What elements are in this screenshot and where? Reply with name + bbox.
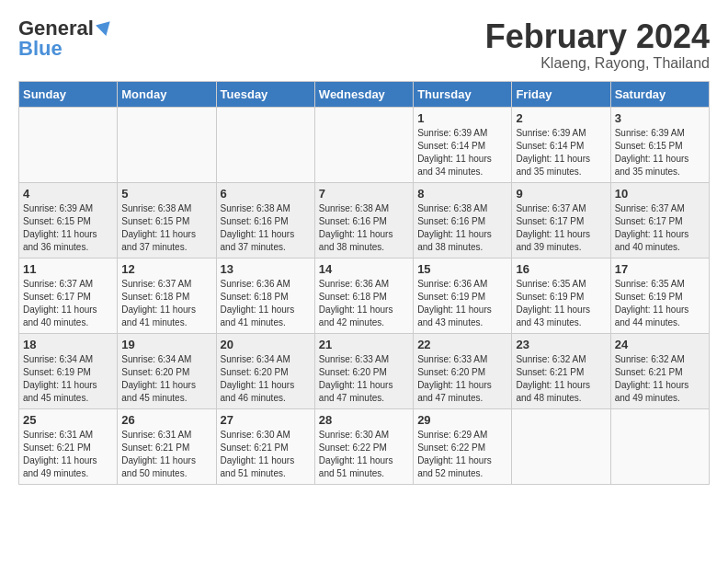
calendar-cell: 23Sunrise: 6:32 AM Sunset: 6:21 PM Dayli… <box>512 333 610 408</box>
day-number: 7 <box>319 187 409 201</box>
calendar-cell: 16Sunrise: 6:35 AM Sunset: 6:19 PM Dayli… <box>512 258 610 333</box>
day-number: 3 <box>615 111 705 125</box>
header-cell-friday: Friday <box>512 81 610 107</box>
day-info: Sunrise: 6:30 AM Sunset: 6:21 PM Dayligh… <box>221 429 311 480</box>
day-number: 26 <box>121 413 211 427</box>
day-number: 14 <box>319 262 409 276</box>
day-info: Sunrise: 6:29 AM Sunset: 6:22 PM Dayligh… <box>417 429 507 480</box>
logo-icon <box>96 17 114 36</box>
logo: General Blue <box>18 18 114 59</box>
calendar-cell: 10Sunrise: 6:37 AM Sunset: 6:17 PM Dayli… <box>610 182 709 258</box>
day-number: 29 <box>417 413 507 427</box>
calendar-week-row: 4Sunrise: 6:39 AM Sunset: 6:15 PM Daylig… <box>19 182 710 258</box>
calendar-cell: 24Sunrise: 6:32 AM Sunset: 6:21 PM Dayli… <box>610 333 709 408</box>
calendar-cell: 11Sunrise: 6:37 AM Sunset: 6:17 PM Dayli… <box>19 258 118 333</box>
day-number: 25 <box>23 413 113 427</box>
calendar-week-row: 18Sunrise: 6:34 AM Sunset: 6:19 PM Dayli… <box>19 333 710 408</box>
day-number: 1 <box>417 111 507 125</box>
calendar-cell: 4Sunrise: 6:39 AM Sunset: 6:15 PM Daylig… <box>19 182 118 258</box>
day-number: 5 <box>121 187 211 201</box>
logo-general-text: General <box>18 18 94 39</box>
calendar-cell <box>314 107 413 182</box>
day-number: 16 <box>516 262 606 276</box>
day-number: 4 <box>23 187 113 201</box>
calendar-cell: 27Sunrise: 6:30 AM Sunset: 6:21 PM Dayli… <box>216 408 314 484</box>
calendar-cell <box>118 107 216 182</box>
calendar-cell: 29Sunrise: 6:29 AM Sunset: 6:22 PM Dayli… <box>414 408 512 484</box>
day-info: Sunrise: 6:39 AM Sunset: 6:15 PM Dayligh… <box>615 127 705 178</box>
day-info: Sunrise: 6:31 AM Sunset: 6:21 PM Dayligh… <box>23 429 113 480</box>
calendar-cell: 17Sunrise: 6:35 AM Sunset: 6:19 PM Dayli… <box>610 258 709 333</box>
calendar-cell: 7Sunrise: 6:38 AM Sunset: 6:16 PM Daylig… <box>314 182 413 258</box>
calendar-cell: 1Sunrise: 6:39 AM Sunset: 6:14 PM Daylig… <box>414 107 512 182</box>
day-number: 2 <box>516 111 606 125</box>
day-info: Sunrise: 6:38 AM Sunset: 6:16 PM Dayligh… <box>319 202 409 254</box>
day-info: Sunrise: 6:33 AM Sunset: 6:20 PM Dayligh… <box>417 353 507 405</box>
day-number: 13 <box>221 262 311 276</box>
day-info: Sunrise: 6:35 AM Sunset: 6:19 PM Dayligh… <box>615 278 705 329</box>
day-info: Sunrise: 6:38 AM Sunset: 6:16 PM Dayligh… <box>417 202 507 254</box>
calendar-cell: 12Sunrise: 6:37 AM Sunset: 6:18 PM Dayli… <box>118 258 216 333</box>
day-number: 20 <box>221 338 311 351</box>
calendar-cell: 20Sunrise: 6:34 AM Sunset: 6:20 PM Dayli… <box>216 333 314 408</box>
day-info: Sunrise: 6:38 AM Sunset: 6:16 PM Dayligh… <box>221 202 311 254</box>
day-info: Sunrise: 6:37 AM Sunset: 6:17 PM Dayligh… <box>615 202 705 254</box>
day-info: Sunrise: 6:34 AM Sunset: 6:19 PM Dayligh… <box>23 353 113 405</box>
calendar-cell: 2Sunrise: 6:39 AM Sunset: 6:14 PM Daylig… <box>512 107 610 182</box>
day-info: Sunrise: 6:30 AM Sunset: 6:22 PM Dayligh… <box>319 429 409 480</box>
calendar-cell <box>512 408 610 484</box>
calendar-week-row: 11Sunrise: 6:37 AM Sunset: 6:17 PM Dayli… <box>19 258 710 333</box>
day-info: Sunrise: 6:32 AM Sunset: 6:21 PM Dayligh… <box>516 353 606 405</box>
day-number: 17 <box>615 262 705 276</box>
month-title: February 2024 <box>485 18 710 55</box>
calendar-cell: 28Sunrise: 6:30 AM Sunset: 6:22 PM Dayli… <box>314 408 413 484</box>
location-title: Klaeng, Rayong, Thailand <box>485 55 710 72</box>
day-info: Sunrise: 6:33 AM Sunset: 6:20 PM Dayligh… <box>319 353 409 405</box>
day-info: Sunrise: 6:36 AM Sunset: 6:18 PM Dayligh… <box>319 278 409 329</box>
day-info: Sunrise: 6:38 AM Sunset: 6:15 PM Dayligh… <box>121 202 211 254</box>
header-cell-tuesday: Tuesday <box>216 81 314 107</box>
title-section: February 2024 Klaeng, Rayong, Thailand <box>485 18 710 72</box>
day-number: 18 <box>23 338 113 351</box>
day-number: 8 <box>417 187 507 201</box>
logo-blue-text: Blue <box>18 39 63 59</box>
day-number: 11 <box>23 262 113 276</box>
calendar-body: 1Sunrise: 6:39 AM Sunset: 6:14 PM Daylig… <box>19 107 710 484</box>
calendar-cell: 14Sunrise: 6:36 AM Sunset: 6:18 PM Dayli… <box>314 258 413 333</box>
header-cell-sunday: Sunday <box>19 81 118 107</box>
day-info: Sunrise: 6:39 AM Sunset: 6:15 PM Dayligh… <box>23 202 113 254</box>
day-info: Sunrise: 6:37 AM Sunset: 6:17 PM Dayligh… <box>516 202 606 254</box>
calendar-cell <box>19 107 118 182</box>
calendar-cell: 5Sunrise: 6:38 AM Sunset: 6:15 PM Daylig… <box>118 182 216 258</box>
calendar-cell: 15Sunrise: 6:36 AM Sunset: 6:19 PM Dayli… <box>414 258 512 333</box>
day-number: 19 <box>121 338 211 351</box>
calendar-week-row: 25Sunrise: 6:31 AM Sunset: 6:21 PM Dayli… <box>19 408 710 484</box>
calendar-cell: 22Sunrise: 6:33 AM Sunset: 6:20 PM Dayli… <box>414 333 512 408</box>
calendar-cell <box>610 408 709 484</box>
day-info: Sunrise: 6:39 AM Sunset: 6:14 PM Dayligh… <box>417 127 507 178</box>
calendar-cell: 26Sunrise: 6:31 AM Sunset: 6:21 PM Dayli… <box>118 408 216 484</box>
day-number: 24 <box>615 338 705 351</box>
day-info: Sunrise: 6:37 AM Sunset: 6:18 PM Dayligh… <box>121 278 211 329</box>
header-row: SundayMondayTuesdayWednesdayThursdayFrid… <box>19 81 710 107</box>
calendar-table: SundayMondayTuesdayWednesdayThursdayFrid… <box>18 81 710 485</box>
day-info: Sunrise: 6:31 AM Sunset: 6:21 PM Dayligh… <box>121 429 211 480</box>
day-number: 9 <box>516 187 606 201</box>
calendar-cell <box>216 107 314 182</box>
day-number: 15 <box>417 262 507 276</box>
svg-marker-0 <box>96 17 114 36</box>
calendar-cell: 21Sunrise: 6:33 AM Sunset: 6:20 PM Dayli… <box>314 333 413 408</box>
day-info: Sunrise: 6:34 AM Sunset: 6:20 PM Dayligh… <box>221 353 311 405</box>
calendar-week-row: 1Sunrise: 6:39 AM Sunset: 6:14 PM Daylig… <box>19 107 710 182</box>
day-info: Sunrise: 6:34 AM Sunset: 6:20 PM Dayligh… <box>121 353 211 405</box>
calendar-cell: 18Sunrise: 6:34 AM Sunset: 6:19 PM Dayli… <box>19 333 118 408</box>
day-info: Sunrise: 6:37 AM Sunset: 6:17 PM Dayligh… <box>23 278 113 329</box>
calendar-cell: 8Sunrise: 6:38 AM Sunset: 6:16 PM Daylig… <box>414 182 512 258</box>
calendar-cell: 3Sunrise: 6:39 AM Sunset: 6:15 PM Daylig… <box>610 107 709 182</box>
day-info: Sunrise: 6:39 AM Sunset: 6:14 PM Dayligh… <box>516 127 606 178</box>
page-header: General Blue February 2024 Klaeng, Rayon… <box>18 18 710 72</box>
day-info: Sunrise: 6:35 AM Sunset: 6:19 PM Dayligh… <box>516 278 606 329</box>
day-number: 23 <box>516 338 606 351</box>
calendar-cell: 13Sunrise: 6:36 AM Sunset: 6:18 PM Dayli… <box>216 258 314 333</box>
header-cell-thursday: Thursday <box>414 81 512 107</box>
